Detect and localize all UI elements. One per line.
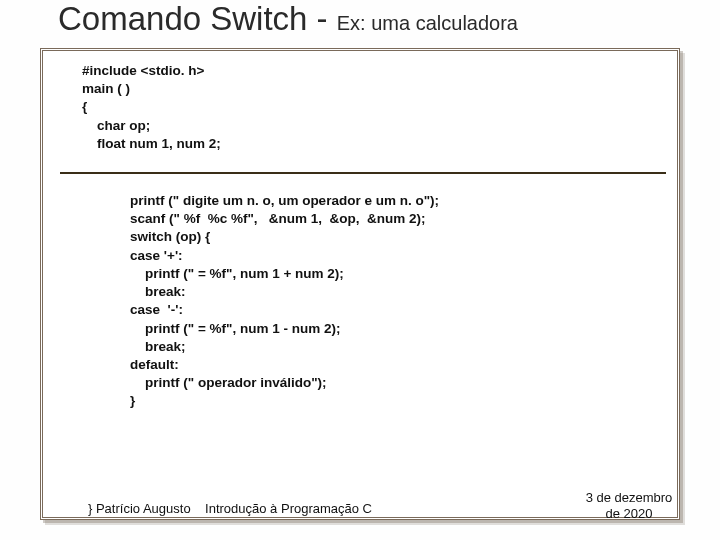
title-main: Comando Switch - xyxy=(58,0,337,37)
code-body-block: printf (" digite um n. o, um operador e … xyxy=(130,192,650,411)
slide-title: Comando Switch - Ex: uma calculadora xyxy=(0,0,720,46)
title-subtitle: Ex: uma calculadora xyxy=(337,12,518,34)
code-header-block: #include <stdio. h> main ( ) { char op; … xyxy=(82,62,642,153)
slide-date: 3 de dezembro de 2020 xyxy=(584,490,674,523)
divider-line xyxy=(60,172,666,174)
close-brace-author: } Patrício Augusto xyxy=(88,501,191,516)
course-name: Introdução à Programação C xyxy=(205,501,372,516)
footer-author-course: } Patrício Augusto Introdução à Programa… xyxy=(88,501,372,516)
